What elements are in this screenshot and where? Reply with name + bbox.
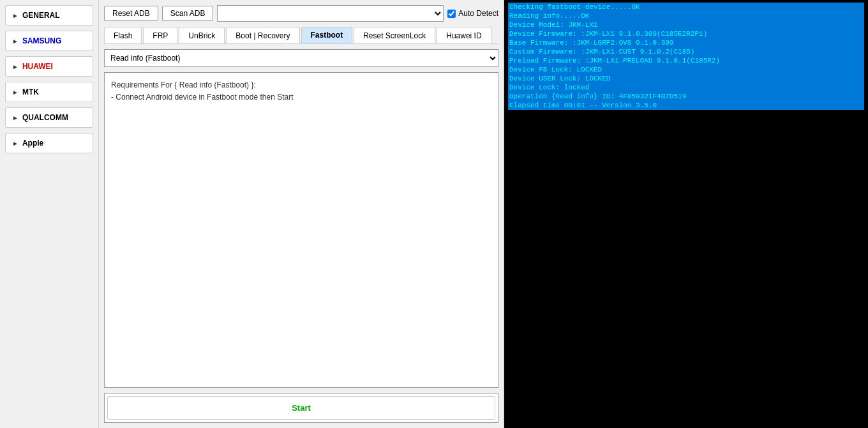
content-area: Requirements For { Read info (Fastboot) … — [104, 72, 498, 388]
log-line: Device FB Lock: LOCKED — [508, 65, 864, 74]
operation-dropdown-row: Read info (Fastboot) — [104, 49, 498, 67]
content-line2: - Connect Android device in Fastboot mod… — [111, 91, 491, 103]
start-button[interactable]: Start — [107, 396, 495, 420]
log-line: Checking fastboot device.....OK — [508, 3, 864, 11]
arrow-icon-apple: ► — [12, 140, 19, 147]
arrow-icon-samsung: ► — [12, 38, 19, 45]
sidebar-label-samsung: SAMSUNG — [22, 36, 61, 45]
tab-reset-screenlock[interactable]: Reset ScreenLock — [354, 27, 435, 43]
sidebar-label-apple: Apple — [22, 139, 43, 148]
tab-boot-recovery[interactable]: Boot | Recovery — [226, 27, 299, 43]
operation-select[interactable]: Read info (Fastboot) — [104, 49, 498, 67]
sidebar-btn-huawei[interactable]: ►HUAWEI — [5, 56, 93, 77]
tab-fastboot[interactable]: Fastboot — [301, 27, 353, 43]
auto-detect-label[interactable]: Auto Detect — [458, 9, 498, 18]
arrow-icon-general: ► — [12, 12, 19, 19]
sidebar-btn-mtk[interactable]: ►MTK — [5, 82, 93, 102]
tab-huawei-id[interactable]: Huawei ID — [437, 27, 491, 43]
log-line: Device USER Lock: LOCKED — [508, 74, 864, 83]
sidebar-btn-samsung[interactable]: ►SAMSUNG — [5, 31, 93, 51]
sidebar-label-general: GENERAL — [22, 11, 60, 20]
tab-frp[interactable]: FRP — [143, 27, 177, 43]
tab-unbrick[interactable]: UnBrick — [179, 27, 225, 43]
device-select[interactable] — [217, 5, 444, 22]
sidebar-btn-qualcomm[interactable]: ►QUALCOMM — [5, 107, 93, 128]
top-bar: Reset ADB Scan ADB Auto Detect — [104, 5, 498, 22]
start-button-wrapper: Start — [104, 393, 498, 423]
log-line: Device Model: JKM-LX1 — [508, 20, 864, 29]
auto-detect-checkbox[interactable] — [447, 10, 456, 18]
tabs-bar: FlashFRPUnBrickBoot | RecoveryFastbootRe… — [104, 27, 498, 44]
sidebar-label-qualcomm: QUALCOMM — [22, 113, 68, 122]
auto-detect-wrapper: Auto Detect — [447, 9, 498, 18]
log-panel: Checking fastboot device.....OKReading i… — [504, 0, 868, 428]
log-line: Elapsed time 00:01 -- Version 3.5.0 — [508, 101, 864, 110]
log-line: Preload Firmware: :JKM-LX1-PRELOAD 9.1.0… — [508, 56, 864, 65]
log-line: Reading info.....OK — [508, 11, 864, 20]
scan-adb-button[interactable]: Scan ADB — [162, 6, 214, 21]
arrow-icon-qualcomm: ► — [12, 114, 19, 121]
log-line: Operation {Read info} ID: 4F859321F4B7D5… — [508, 92, 864, 101]
sidebar: ►GENERAL►SAMSUNG►HUAWEI►MTK►QUALCOMM►App… — [0, 0, 99, 428]
log-line: Device Firmware: :JKM-LX1 9.1.0.309(C185… — [508, 29, 864, 38]
log-line: Custom Firmware: :JKM-LX1-CUST 9.1.0.2(C… — [508, 47, 864, 56]
sidebar-btn-general[interactable]: ►GENERAL — [5, 5, 93, 26]
sidebar-label-huawei: HUAWEI — [22, 62, 53, 71]
sidebar-btn-apple[interactable]: ►Apple — [5, 133, 93, 153]
arrow-icon-huawei: ► — [12, 63, 19, 70]
tab-flash[interactable]: Flash — [104, 27, 142, 43]
log-line: Base Firmware: :JKM-LGRP2-OVS 9.1.0.309 — [508, 38, 864, 47]
main-panel: Reset ADB Scan ADB Auto Detect FlashFRPU… — [99, 0, 504, 428]
arrow-icon-mtk: ► — [12, 89, 19, 96]
log-line: Device Lock: locked — [508, 83, 864, 92]
content-line1: Requirements For { Read info (Fastboot) … — [111, 79, 491, 91]
sidebar-label-mtk: MTK — [22, 88, 39, 96]
reset-adb-button[interactable]: Reset ADB — [104, 6, 158, 21]
